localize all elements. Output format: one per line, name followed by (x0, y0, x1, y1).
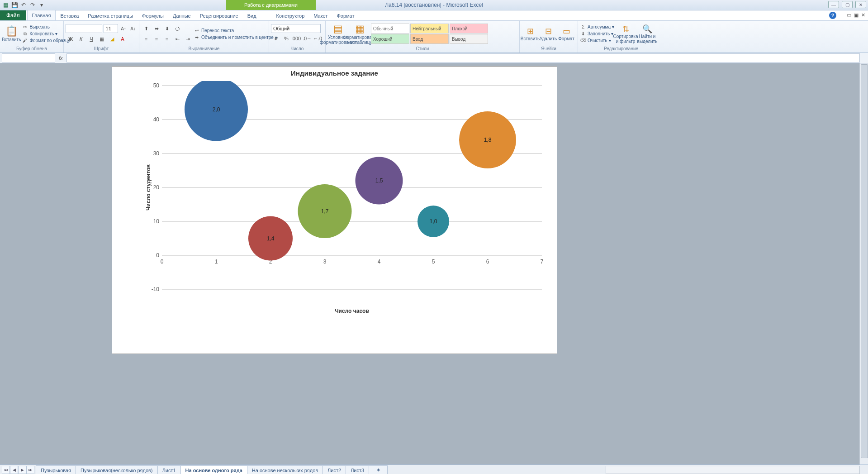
percent-icon[interactable]: % (281, 34, 291, 43)
mdi-restore-icon[interactable]: ▣ (854, 12, 859, 18)
shrink-font-icon[interactable]: A↓ (129, 24, 137, 34)
mdi-close-icon[interactable]: ✕ (861, 12, 865, 18)
comma-icon[interactable]: 000 (292, 34, 302, 43)
sum-icon: Σ (580, 24, 586, 30)
sheet-nav-next[interactable]: ▶ (18, 466, 26, 474)
autosum-button[interactable]: ΣАвтосумма ▾ (580, 24, 614, 30)
svg-text:1,4: 1,4 (267, 235, 275, 242)
font-name-combo[interactable] (66, 24, 102, 33)
style-output[interactable]: Вывод (450, 34, 488, 44)
style-good[interactable]: Хороший (371, 34, 409, 44)
tab-view[interactable]: Вид (243, 11, 261, 20)
chart-object[interactable]: Индивидуальное задание -1001020304050012… (112, 66, 557, 354)
svg-text:30: 30 (153, 150, 160, 157)
vertical-scrollbar[interactable] (859, 63, 868, 464)
sheet-tab[interactable]: Пузырьковая(несколько рядов) (76, 465, 157, 474)
insert-cells-button[interactable]: ⊞Вставить (522, 22, 539, 46)
wrap-text-button[interactable]: ↩Перенос текста (194, 27, 277, 34)
fill-button[interactable]: ⬇Заполнить ▾ (580, 31, 614, 37)
align-left-icon[interactable]: ≡ (141, 34, 151, 44)
tab-review[interactable]: Рецензирование (195, 11, 243, 20)
sheet-nav-prev[interactable]: ◀ (10, 466, 18, 474)
align-top-icon[interactable]: ⬆ (141, 24, 151, 34)
align-center-icon[interactable]: ≡ (152, 34, 161, 44)
indent-inc-icon[interactable]: ⇥ (183, 34, 193, 44)
style-normal[interactable]: Обычный (371, 24, 409, 34)
clear-icon: ⌫ (580, 38, 586, 44)
border-button[interactable]: ▦ (97, 34, 107, 44)
close-button[interactable]: ✕ (855, 1, 866, 8)
svg-text:1,0: 1,0 (430, 218, 437, 225)
copy-button[interactable]: ⧉Копировать ▾ (22, 31, 70, 37)
formula-input[interactable] (66, 53, 860, 62)
minimize-button[interactable]: — (828, 1, 839, 8)
sheet-tab[interactable]: Лист3 (346, 465, 369, 474)
sheet-tab[interactable]: На основе нескольких рядов (247, 465, 323, 474)
tab-page-layout[interactable]: Разметка страницы (83, 11, 138, 20)
quick-access-toolbar: ▦ 💾 ↶ ↷ ▾ (0, 1, 45, 9)
font-color-button[interactable]: A (118, 34, 128, 44)
ribbon-minimize-icon[interactable]: ▭ (847, 12, 851, 18)
undo-icon[interactable]: ↶ (20, 1, 27, 9)
svg-text:0: 0 (161, 259, 164, 265)
formula-bar: fx (0, 53, 868, 63)
name-box[interactable] (2, 53, 55, 62)
style-bad[interactable]: Плохой (450, 24, 488, 34)
svg-text:2,0: 2,0 (213, 106, 220, 113)
style-neutral[interactable]: Нейтральный (410, 24, 449, 34)
clear-button[interactable]: ⌫Очистить ▾ (580, 38, 614, 44)
number-format-combo[interactable]: Общий (271, 24, 321, 33)
fill-color-button[interactable]: ◢ (107, 34, 117, 44)
orientation-icon[interactable]: ⭯ (172, 24, 182, 34)
tab-insert[interactable]: Вставка (56, 11, 83, 20)
sheet-tab[interactable]: Пузырьковая (36, 465, 76, 474)
fx-icon[interactable]: fx (59, 55, 63, 61)
underline-button[interactable]: Ч (86, 34, 96, 44)
maximize-button[interactable]: ▢ (842, 1, 853, 8)
brush-icon: 🖌 (22, 38, 28, 44)
redo-icon[interactable]: ↷ (29, 1, 36, 9)
cut-button[interactable]: ✂Вырезать (22, 24, 70, 30)
indent-dec-icon[interactable]: ⇤ (172, 34, 182, 44)
inc-decimal-icon[interactable]: .0→ (302, 34, 312, 43)
help-icon[interactable]: ? (829, 12, 836, 19)
file-tab[interactable]: Файл (0, 10, 26, 20)
find-select-button[interactable]: 🔍Найти и выделить (637, 22, 658, 46)
merge-center-button[interactable]: ⬌Объединить и поместить в центре ▾ (194, 34, 277, 40)
delete-cells-button[interactable]: ⊟Удалить (540, 22, 557, 46)
font-size-combo[interactable]: 11 (104, 24, 118, 33)
save-icon[interactable]: 💾 (11, 1, 18, 9)
title-bar: ▦ 💾 ↶ ↷ ▾ Ла6.14 [восстановлен] - Micros… (0, 0, 868, 10)
align-bottom-icon[interactable]: ⬇ (162, 24, 172, 34)
currency-icon[interactable]: ₽ (271, 34, 281, 43)
tab-chart-design[interactable]: Конструктор (272, 11, 309, 20)
grow-font-icon[interactable]: A↑ (119, 24, 128, 34)
horizontal-scrollbar[interactable] (606, 466, 860, 474)
format-cells-button[interactable]: ▭Формат (558, 22, 575, 46)
svg-text:1,7: 1,7 (321, 208, 329, 215)
tab-chart-format[interactable]: Формат (332, 11, 359, 20)
group-styles: ▤Условное форматирование ▦Форматировать … (326, 21, 520, 53)
sheet-tab[interactable]: Лист2 (323, 465, 346, 474)
align-right-icon[interactable]: ≡ (162, 34, 172, 44)
format-painter-button[interactable]: 🖌Формат по образцу (22, 38, 70, 44)
tab-home[interactable]: Главная (27, 10, 56, 20)
tab-data[interactable]: Данные (168, 11, 195, 20)
paste-button[interactable]: 📋 Вставить (2, 22, 21, 46)
sheet-nav-first[interactable]: ⏮ (2, 466, 10, 474)
sheet-tab[interactable]: На основе одного ряда (180, 465, 247, 474)
svg-text:4: 4 (378, 259, 381, 265)
new-sheet-button[interactable]: ✶ (369, 465, 388, 474)
sheet-tab[interactable]: Лист1 (157, 465, 181, 474)
format-as-table-button[interactable]: ▦Форматировать как таблицу (349, 22, 370, 46)
sort-filter-button[interactable]: ⇅Сортировка и фильтр (615, 22, 636, 46)
qat-dropdown-icon[interactable]: ▾ (38, 1, 45, 9)
sheet-nav-last[interactable]: ⏭ (26, 466, 34, 474)
tab-formulas[interactable]: Формулы (138, 11, 168, 20)
style-input[interactable]: Ввод (410, 34, 449, 44)
svg-text:1: 1 (215, 259, 218, 265)
tab-chart-layout[interactable]: Макет (309, 11, 332, 20)
italic-button[interactable]: К (76, 34, 86, 44)
align-middle-icon[interactable]: ⬌ (152, 24, 161, 34)
bold-button[interactable]: Ж (66, 34, 76, 44)
